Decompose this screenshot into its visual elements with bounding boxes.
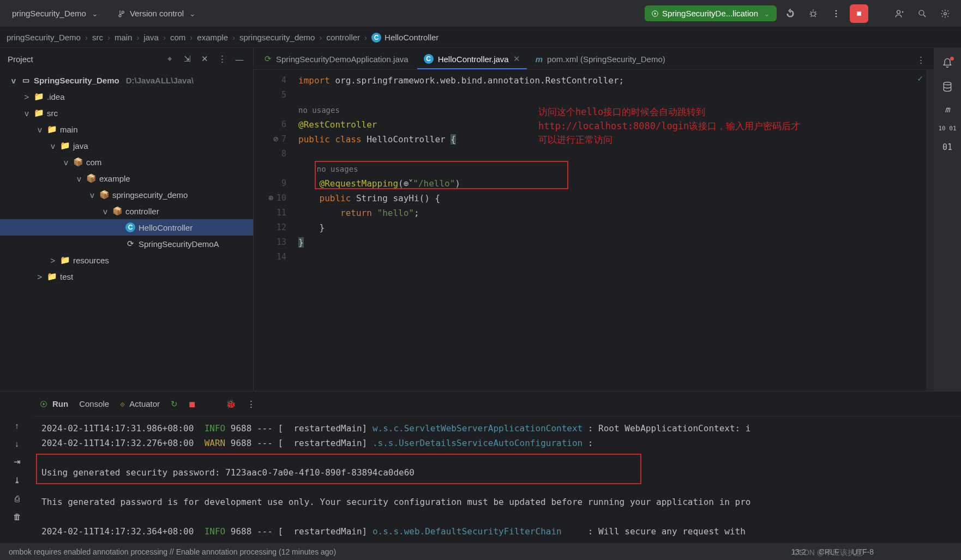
search-icon[interactable]: [913, 4, 932, 23]
line-number[interactable]: 14: [254, 250, 286, 264]
tree-root[interactable]: v▭SpringSecurity_DemoD:\JavaALL\Java\: [0, 72, 253, 88]
actuator-tab[interactable]: ⟐Actuator: [120, 399, 160, 408]
line-number[interactable]: 8: [254, 147, 286, 161]
console-more-icon[interactable]: ⋮: [247, 399, 255, 409]
code-line[interactable]: [298, 147, 934, 161]
tree-node[interactable]: >📁test: [0, 268, 253, 285]
tree-node[interactable]: ⟳SpringSecurityDemoA: [0, 236, 253, 252]
breadcrumb-item[interactable]: example: [197, 33, 228, 42]
tree-node[interactable]: v📁main: [0, 121, 253, 137]
project-selector[interactable]: pringSecurity_Demo: [7, 5, 104, 21]
tree-node[interactable]: v📦springsecurity_demo: [0, 186, 253, 203]
stop-console-icon[interactable]: ◼: [189, 399, 195, 409]
add-user-icon[interactable]: [890, 4, 909, 23]
code-line[interactable]: import org.springframework.web.bind.anno…: [298, 73, 934, 88]
vcs-menu[interactable]: Version control: [112, 5, 201, 21]
notifications-icon[interactable]: [942, 58, 953, 70]
log-line[interactable]: [41, 509, 961, 524]
console-output[interactable]: 2024-02-11T14:17:31.986+08:00 INFO 9688 …: [34, 417, 961, 543]
select-opened-file-icon[interactable]: ⌖: [164, 53, 176, 65]
line-number[interactable]: 11: [254, 206, 286, 220]
scroll-down-icon[interactable]: ↓: [15, 439, 19, 448]
tree-node[interactable]: CHelloController: [0, 219, 253, 236]
print-icon[interactable]: ⎙: [15, 494, 20, 503]
code-line[interactable]: [298, 250, 934, 264]
breadcrumb-file[interactable]: CHelloController: [371, 33, 439, 43]
editor-tab[interactable]: CHelloController.java✕: [417, 50, 527, 69]
line-number[interactable]: [254, 103, 286, 117]
code-line[interactable]: [298, 88, 934, 103]
maven-icon[interactable]: m: [945, 105, 950, 115]
line-number[interactable]: ⊕10: [254, 191, 286, 206]
code-line[interactable]: }: [298, 235, 934, 250]
code-line[interactable]: @RestController: [298, 117, 934, 132]
breadcrumb-item[interactable]: java: [143, 33, 159, 42]
binary-icon-1[interactable]: 10 01: [938, 125, 956, 131]
code-editor[interactable]: 456⊘789⊕1011121314 访问这个hello接口的时候会自动跳转到 …: [254, 70, 934, 391]
line-number[interactable]: 4: [254, 73, 286, 88]
tree-node[interactable]: v📦com: [0, 154, 253, 170]
tree-node[interactable]: >📁.idea: [0, 88, 253, 105]
rerun-console-icon[interactable]: ↻: [171, 399, 178, 409]
breadcrumb-item[interactable]: controller: [326, 33, 360, 42]
breadcrumb-item[interactable]: main: [115, 33, 133, 42]
gutter-icon[interactable]: ⊘: [273, 132, 278, 147]
breadcrumb-item[interactable]: com: [170, 33, 185, 42]
tabs-menu-icon[interactable]: ⋮: [912, 51, 929, 69]
editor-tab[interactable]: ⟳SpringSecurityDemoApplication.java: [258, 50, 415, 69]
code-line[interactable]: public class HelloController {: [298, 132, 934, 147]
tree-node[interactable]: >📁resources: [0, 252, 253, 268]
settings-icon[interactable]: [936, 4, 954, 23]
delete-icon[interactable]: 🗑: [13, 512, 21, 521]
line-number[interactable]: 6: [254, 117, 286, 132]
editor-scrollbar[interactable]: [926, 70, 934, 391]
inspection-ok-icon[interactable]: ✓: [917, 73, 923, 83]
debug-console-icon[interactable]: 🐞: [226, 399, 236, 409]
line-number[interactable]: 12: [254, 220, 286, 235]
more-actions-icon[interactable]: [827, 4, 845, 23]
run-tab[interactable]: Run: [39, 399, 68, 408]
tree-node[interactable]: v📁java: [0, 137, 253, 154]
log-line[interactable]: 2024-02-11T14:17:31.986+08:00 INFO 9688 …: [41, 421, 961, 436]
breadcrumb-item[interactable]: springsecurity_demo: [239, 33, 315, 42]
line-number[interactable]: ⊘7: [254, 132, 286, 147]
scroll-to-end-icon[interactable]: ⤓: [14, 475, 21, 485]
log-line[interactable]: 2024-02-11T14:17:32.364+08:00 INFO 9688 …: [41, 524, 961, 539]
editor-tab[interactable]: mpom.xml (SpringSecurity_Demo): [529, 50, 672, 69]
line-number[interactable]: 9: [254, 176, 286, 191]
code-area[interactable]: 访问这个hello接口的时候会自动跳转到 http://localhost:80…: [293, 70, 934, 391]
breadcrumb-item[interactable]: pringSecurity_Demo: [7, 33, 81, 42]
code-line[interactable]: no usages: [298, 161, 934, 176]
code-line[interactable]: @RequestMapping(⊕˅"/hello"): [298, 176, 934, 191]
hide-panel-icon[interactable]: —: [233, 53, 245, 65]
expand-all-icon[interactable]: ⇲: [181, 53, 193, 65]
project-tree[interactable]: v▭SpringSecurity_DemoD:\JavaALL\Java\>📁.…: [0, 70, 253, 391]
code-line[interactable]: return "hello";: [298, 206, 934, 220]
project-view-selector[interactable]: Project: [8, 55, 33, 64]
line-number[interactable]: 13: [254, 235, 286, 250]
log-line[interactable]: 2024-02-11T14:17:32.276+08:00 WARN 9688 …: [41, 436, 961, 450]
status-message[interactable]: ombok requires enabled annotation proces…: [9, 547, 336, 556]
scroll-up-icon[interactable]: ↑: [15, 421, 19, 430]
database-icon[interactable]: [942, 81, 953, 94]
binary-icon-2[interactable]: 01: [942, 142, 952, 152]
collapse-all-icon[interactable]: ✕: [199, 53, 211, 65]
panel-options-icon[interactable]: ⋮: [216, 53, 228, 65]
stop-button[interactable]: [850, 4, 868, 23]
code-line[interactable]: no usages: [298, 103, 934, 117]
tree-node[interactable]: v📁src: [0, 105, 253, 121]
line-number[interactable]: [254, 161, 286, 176]
rerun-icon[interactable]: [781, 4, 800, 23]
gutter-icon[interactable]: ⊕: [268, 191, 273, 206]
code-line[interactable]: public String sayHi() {: [298, 191, 934, 206]
console-tab[interactable]: Console: [79, 399, 109, 408]
tree-node[interactable]: v📦example: [0, 170, 253, 186]
tree-node[interactable]: v📦controller: [0, 203, 253, 219]
breadcrumb-item[interactable]: src: [92, 33, 103, 42]
debug-icon[interactable]: [804, 4, 822, 23]
log-line[interactable]: This generated password is for developme…: [41, 495, 961, 509]
soft-wrap-icon[interactable]: ⇥: [14, 457, 21, 467]
line-number[interactable]: 5: [254, 88, 286, 103]
code-line[interactable]: }: [298, 220, 934, 235]
close-tab-icon[interactable]: ✕: [513, 54, 520, 64]
